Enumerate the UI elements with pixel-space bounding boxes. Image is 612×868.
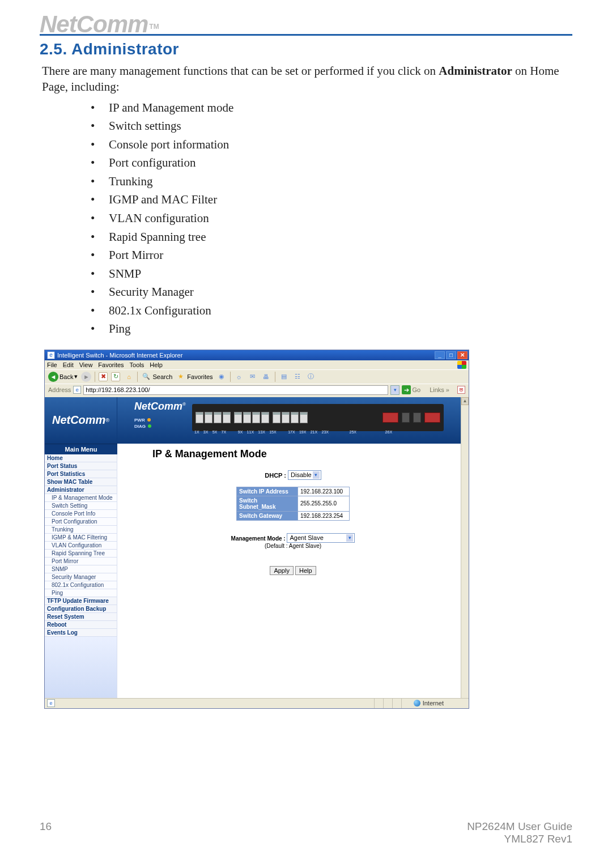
pwr-led-label: PWR <box>134 418 145 423</box>
menu-edit[interactable]: Edit <box>63 361 74 368</box>
port-icon[interactable] <box>234 412 242 423</box>
port-icon[interactable] <box>273 412 280 423</box>
port-icon[interactable] <box>196 412 203 423</box>
sidebar-sub-ping[interactable]: Ping <box>45 589 117 597</box>
sidebar-item-reboot[interactable]: Reboot <box>45 621 117 629</box>
favorites-button[interactable]: ★Favorites <box>176 372 212 382</box>
addon-icon[interactable]: ⛨ <box>457 386 465 394</box>
page-icon: e <box>73 386 81 394</box>
uplink-port-icon[interactable] <box>382 412 398 423</box>
bullet-item: IGMP and MAC Filter <box>91 190 572 209</box>
footer-guide-title: NP2624M User Guide <box>467 820 572 832</box>
menu-file[interactable]: File <box>47 361 57 368</box>
window-title: Intelligent Switch - Microsoft Internet … <box>57 352 182 359</box>
sidebar-item-port-statistics[interactable]: Port Statistics <box>45 470 117 478</box>
forward-button[interactable]: ► <box>81 372 91 382</box>
dhcp-select[interactable]: Disable <box>288 470 321 480</box>
sidebar-item-port-status[interactable]: Port Status <box>45 462 117 470</box>
switch-banner: NetComm® PWR DIAG <box>117 397 461 444</box>
refresh-button[interactable]: ↻ <box>111 372 120 381</box>
bullet-item: Trunking <box>91 172 572 191</box>
mail-button[interactable]: ✉ <box>248 372 258 382</box>
sidebar-sub-rstp[interactable]: Rapid Spanning Tree <box>45 550 117 558</box>
registered-symbol: ® <box>105 418 109 423</box>
fiber-port-icon[interactable] <box>413 412 421 423</box>
links-label[interactable]: Links » <box>430 386 449 393</box>
help-button[interactable]: Help <box>295 566 316 575</box>
sidebar-item-events-log[interactable]: Events Log <box>45 629 117 637</box>
port-icon[interactable] <box>261 412 269 423</box>
security-zone-label: Internet <box>423 700 444 707</box>
port-icon[interactable] <box>223 412 231 423</box>
window-maximize-button[interactable]: □ <box>446 351 456 359</box>
home-button[interactable]: ⌂ <box>124 372 134 382</box>
sidebar-sub-igmp-mac[interactable]: IGMP & MAC Filtering <box>45 534 117 542</box>
print-button[interactable]: 🖶 <box>261 372 271 382</box>
dhcp-value: Disable <box>291 471 312 478</box>
sidebar-sub-security-mgr[interactable]: Security Manager <box>45 573 117 581</box>
back-button[interactable]: ◄Back ▾ <box>48 372 78 382</box>
section-heading: 2.5. Administrator <box>40 40 572 58</box>
bullet-item: SNMP <box>91 265 572 283</box>
port-icon[interactable] <box>282 412 290 423</box>
menu-help[interactable]: Help <box>150 361 163 368</box>
discuss-button[interactable]: ☷ <box>292 372 303 382</box>
address-input[interactable]: http://192.168.223.100/ <box>83 385 388 395</box>
address-bar: Address e http://192.168.223.100/ ▾ ➔Go … <box>45 384 469 397</box>
fiber-port-icon[interactable] <box>402 412 410 423</box>
brand-logo-text: NetComm <box>40 11 148 37</box>
sidebar-item-administrator[interactable]: Administrator <box>45 486 117 494</box>
research-button[interactable]: ⓘ <box>306 372 316 382</box>
sidebar-item-home[interactable]: Home <box>45 454 117 462</box>
sidebar-sub-port-mirror[interactable]: Port Mirror <box>45 558 117 565</box>
edit-button[interactable]: ▤ <box>279 372 289 382</box>
sidebar-sub-switch-setting[interactable]: Switch Setting <box>45 502 117 510</box>
stop-button[interactable]: ✖ <box>99 372 108 381</box>
port-icon[interactable] <box>205 412 212 423</box>
sidebar-item-reset[interactable]: Reset System <box>45 613 117 621</box>
window-close-button[interactable]: ✕ <box>457 351 468 359</box>
port-icon[interactable] <box>252 412 260 423</box>
port-icon[interactable] <box>214 412 222 423</box>
brand-logo: NetCommTM <box>40 0 572 31</box>
page-title: IP & Management Mode <box>152 448 469 460</box>
sidebar-item-show-mac[interactable]: Show MAC Table <box>45 478 117 486</box>
media-button[interactable]: ◉ <box>216 372 227 382</box>
star-icon: ★ <box>176 372 186 382</box>
port-icon[interactable] <box>291 412 299 423</box>
port-icon[interactable] <box>243 412 251 423</box>
port-icon[interactable] <box>300 412 308 423</box>
sidebar-sub-vlan[interactable]: VLAN Configuration <box>45 542 117 550</box>
menu-view[interactable]: View <box>79 361 93 368</box>
ip-address-input[interactable]: 192.168.223.100 <box>298 487 350 496</box>
menu-favorites[interactable]: Favorites <box>98 361 124 368</box>
go-button[interactable]: ➔Go <box>402 385 420 394</box>
address-dropdown-button[interactable]: ▾ <box>390 385 400 395</box>
switch-faceplate <box>192 404 444 431</box>
sidebar-sub-snmp[interactable]: SNMP <box>45 565 117 573</box>
sidebar-sub-port-config[interactable]: Port Configuration <box>45 518 117 526</box>
sidebar-item-tftp[interactable]: TFTP Update Firmware <box>45 597 117 605</box>
management-mode-default: (Default : Agent Slave) <box>185 543 401 549</box>
sidebar-sub-trunking[interactable]: Trunking <box>45 526 117 534</box>
bullet-item: Security Manager <box>91 283 572 301</box>
sidebar-sub-8021x[interactable]: 802.1x Configuration <box>45 581 117 589</box>
subnet-mask-input[interactable]: 255.255.255.0 <box>298 496 350 511</box>
uplink-port-icon[interactable] <box>424 412 440 423</box>
search-button[interactable]: 🔍Search <box>141 372 172 382</box>
sidebar-item-config-backup[interactable]: Configuration Backup <box>45 605 117 613</box>
apply-button[interactable]: Apply <box>270 566 294 575</box>
vertical-scrollbar[interactable]: ▲ <box>461 397 469 698</box>
sidebar-sub-ip-mgmt[interactable]: IP & Management Mode <box>45 494 117 502</box>
management-mode-select[interactable]: Agent Slave <box>287 533 355 543</box>
bullet-item: 802.1x Configuration <box>91 301 572 320</box>
bullet-item: Rapid Spanning tree <box>91 228 572 246</box>
bullet-item: Switch settings <box>91 117 572 135</box>
window-titlebar[interactable]: e Intelligent Switch - Microsoft Interne… <box>45 350 469 360</box>
gateway-input[interactable]: 192.168.223.254 <box>298 511 350 520</box>
window-minimize-button[interactable]: _ <box>435 351 445 359</box>
history-button[interactable]: ☼ <box>234 372 244 382</box>
menu-tools[interactable]: Tools <box>130 361 144 368</box>
sidebar-sub-console-port[interactable]: Console Port Info <box>45 510 117 518</box>
scroll-up-arrow-icon[interactable]: ▲ <box>461 397 469 405</box>
